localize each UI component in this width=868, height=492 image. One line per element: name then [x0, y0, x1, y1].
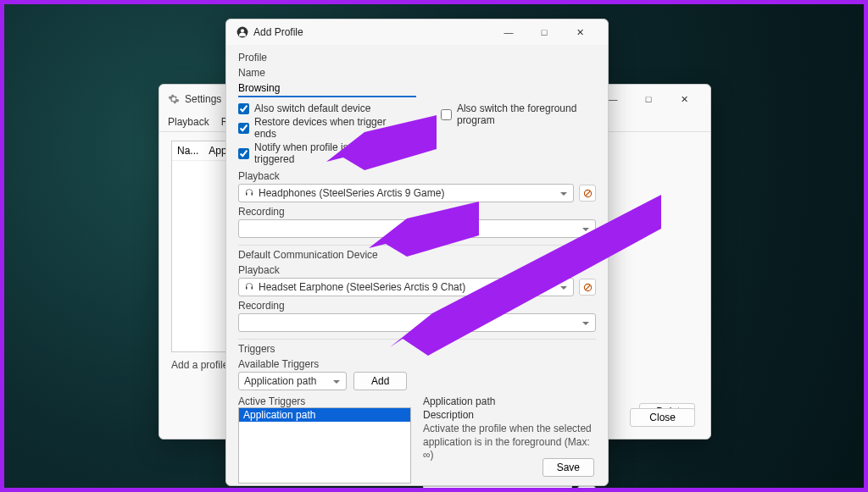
name-label: Name: [238, 67, 596, 79]
close-button[interactable]: Close: [630, 408, 695, 427]
comm-playback-combo[interactable]: Headset Earphone (SteelSeries Arctis 9 C…: [238, 278, 574, 296]
maximize-button[interactable]: □: [526, 19, 562, 45]
col-name: Na...: [177, 145, 198, 157]
add-profile-titlebar[interactable]: Add Profile — □ ✕: [226, 19, 608, 45]
list-item[interactable]: Application path: [239, 408, 410, 422]
remove-trigger-button[interactable]: Remove: [238, 489, 305, 492]
gear-icon: [168, 93, 180, 105]
application-path-input[interactable]: [423, 486, 572, 492]
comm-recording-label: Recording: [238, 300, 596, 312]
add-profile-dialog: Add Profile — □ ✕ Profile Name Also swit…: [225, 19, 609, 486]
add-trigger-button[interactable]: Add: [353, 372, 407, 390]
svg-point-1: [241, 29, 244, 32]
checkbox-foreground[interactable]: Also switch the foreground program: [441, 102, 596, 126]
headset-icon: [244, 282, 254, 292]
addprofile-window-controls: — □ ✕: [491, 19, 598, 45]
save-button[interactable]: Save: [542, 458, 594, 477]
svg-line-3: [585, 191, 590, 196]
comm-playback-reset-button[interactable]: [579, 279, 596, 296]
headphones-icon: [244, 188, 254, 198]
checkbox-notify[interactable]: Notify when profile is triggered: [238, 141, 390, 165]
add-profile-title: Add Profile: [253, 26, 303, 38]
user-icon: [236, 26, 248, 38]
checkbox-also-switch-default[interactable]: Also switch default device: [238, 102, 390, 114]
comm-recording-combo[interactable]: [238, 313, 596, 332]
trigger-detail-title: Application path: [423, 395, 596, 407]
minimize-button[interactable]: —: [491, 19, 526, 45]
settings-window-controls: — □ ✕: [595, 86, 702, 112]
checkbox-restore[interactable]: Restore devices when trigger ends: [238, 116, 390, 140]
close-window-button[interactable]: ✕: [562, 19, 598, 45]
maximize-button[interactable]: □: [631, 86, 666, 112]
playback-combo[interactable]: Headphones (SteelSeries Arctis 9 Game): [238, 184, 574, 202]
name-input[interactable]: [238, 80, 416, 97]
settings-title: Settings: [185, 93, 221, 105]
active-triggers-label: Active Triggers: [238, 395, 411, 407]
active-triggers-listbox[interactable]: Application path: [238, 407, 411, 484]
playback-reset-button[interactable]: [579, 185, 596, 202]
close-window-button[interactable]: ✕: [666, 86, 702, 112]
recording-label: Recording: [238, 206, 596, 218]
triggers-section-label: Triggers: [238, 343, 596, 355]
trigger-desc-label: Description: [423, 409, 596, 421]
available-triggers-combo[interactable]: Application path: [238, 372, 347, 390]
recording-combo[interactable]: [238, 219, 596, 238]
playback-label: Playback: [238, 170, 596, 182]
trigger-desc-text: Activate the profile when the selected a…: [423, 423, 596, 462]
tab-playback[interactable]: Playback: [168, 116, 209, 131]
svg-line-5: [585, 285, 590, 290]
comm-playback-label: Playback: [238, 264, 596, 276]
browse-button[interactable]: ...: [577, 486, 596, 492]
profile-section-label: Profile: [238, 52, 596, 64]
comm-section-label: Default Communication Device: [238, 249, 596, 261]
available-triggers-label: Available Triggers: [238, 358, 596, 370]
